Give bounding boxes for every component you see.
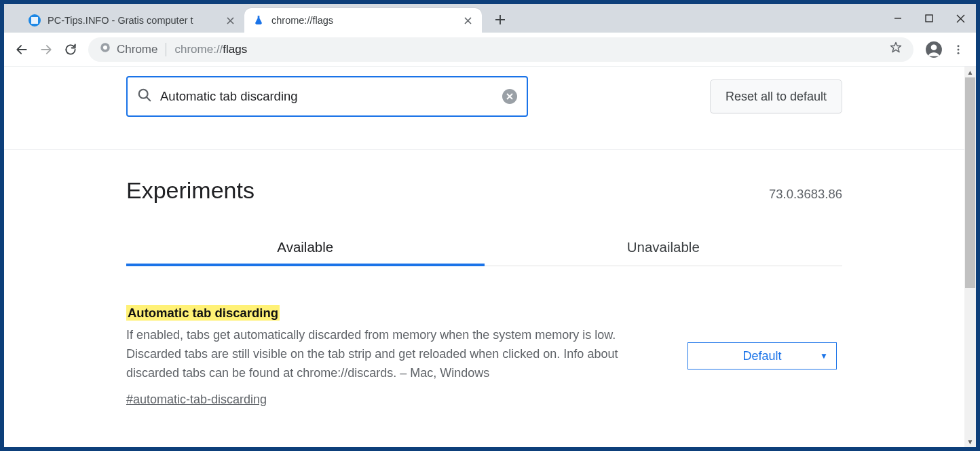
window-controls xyxy=(882,4,976,33)
close-window-button[interactable] xyxy=(945,4,976,33)
svg-point-7 xyxy=(958,48,960,50)
tab-pctips[interactable]: PC-Tips.INFO - Gratis computer t xyxy=(20,8,244,33)
flask-icon xyxy=(252,14,265,26)
omnibox[interactable]: Chrome chrome://flags xyxy=(88,37,913,62)
maximize-button[interactable] xyxy=(913,4,945,33)
chevron-down-icon: ▼ xyxy=(820,351,828,361)
flag-select-value: Default xyxy=(742,349,781,363)
search-row: Reset all to default xyxy=(126,76,842,117)
pctips-favicon xyxy=(29,14,41,26)
search-input[interactable] xyxy=(160,89,502,104)
back-button[interactable] xyxy=(10,37,34,62)
reset-all-button[interactable]: Reset all to default xyxy=(710,79,842,113)
protocol-label: Chrome xyxy=(117,43,166,56)
toolbar: Chrome chrome://flags xyxy=(4,33,976,67)
svg-rect-0 xyxy=(31,17,38,24)
header-row: Experiments 73.0.3683.86 xyxy=(126,177,842,204)
profile-avatar[interactable] xyxy=(922,37,946,62)
svg-point-5 xyxy=(931,44,937,50)
vertical-scrollbar[interactable]: ▲ ▼ xyxy=(964,67,976,447)
svg-rect-1 xyxy=(926,15,932,22)
scroll-down-arrow-icon[interactable]: ▼ xyxy=(964,436,976,447)
flag-hash-link[interactable]: #automatic-tab-discarding xyxy=(126,393,668,407)
chrome-icon xyxy=(99,41,111,57)
scrollbar-thumb[interactable] xyxy=(965,77,975,288)
flag-tabs: Available Unavailable xyxy=(126,232,842,266)
tab-flags[interactable]: chrome://flags xyxy=(244,8,482,33)
titlebar: PC-Tips.INFO - Gratis computer t chrome:… xyxy=(4,4,976,33)
search-box[interactable] xyxy=(126,76,528,117)
page-title: Experiments xyxy=(126,177,255,204)
search-icon xyxy=(137,88,152,105)
reload-button[interactable] xyxy=(58,37,83,62)
svg-point-3 xyxy=(103,46,107,50)
kebab-menu-icon[interactable] xyxy=(946,37,970,62)
content-area: Reset all to default Experiments 73.0.36… xyxy=(4,67,976,447)
tab-title: PC-Tips.INFO - Gratis computer t xyxy=(48,15,220,26)
flag-text: Automatic tab discarding If enabled, tab… xyxy=(126,306,668,407)
close-icon[interactable] xyxy=(224,14,236,26)
tab-strip: PC-Tips.INFO - Gratis computer t chrome:… xyxy=(4,4,512,33)
tab-available[interactable]: Available xyxy=(126,232,485,266)
tab-unavailable[interactable]: Unavailable xyxy=(485,232,843,266)
minimize-button[interactable] xyxy=(882,4,913,33)
browser-window: PC-Tips.INFO - Gratis computer t chrome:… xyxy=(4,4,976,447)
flag-item: Automatic tab discarding If enabled, tab… xyxy=(126,306,842,407)
flags-page: Reset all to default Experiments 73.0.36… xyxy=(4,67,964,447)
svg-point-6 xyxy=(958,45,960,47)
clear-search-icon[interactable] xyxy=(502,89,517,104)
divider xyxy=(4,149,964,150)
flag-control: Default ▼ xyxy=(687,306,842,407)
scroll-up-arrow-icon[interactable]: ▲ xyxy=(964,67,976,77)
flag-select[interactable]: Default ▼ xyxy=(687,342,837,369)
tab-title: chrome://flags xyxy=(271,15,457,26)
forward-button[interactable] xyxy=(34,37,58,62)
version-label: 73.0.3683.86 xyxy=(769,187,842,202)
close-icon[interactable] xyxy=(461,14,474,26)
bookmark-star-icon[interactable] xyxy=(889,41,903,58)
new-tab-button[interactable] xyxy=(489,8,512,31)
svg-point-8 xyxy=(958,52,960,54)
flag-description: If enabled, tabs get automatically disca… xyxy=(126,326,668,383)
flag-title: Automatic tab discarding xyxy=(126,305,280,321)
url-text: chrome://flags xyxy=(174,43,247,56)
